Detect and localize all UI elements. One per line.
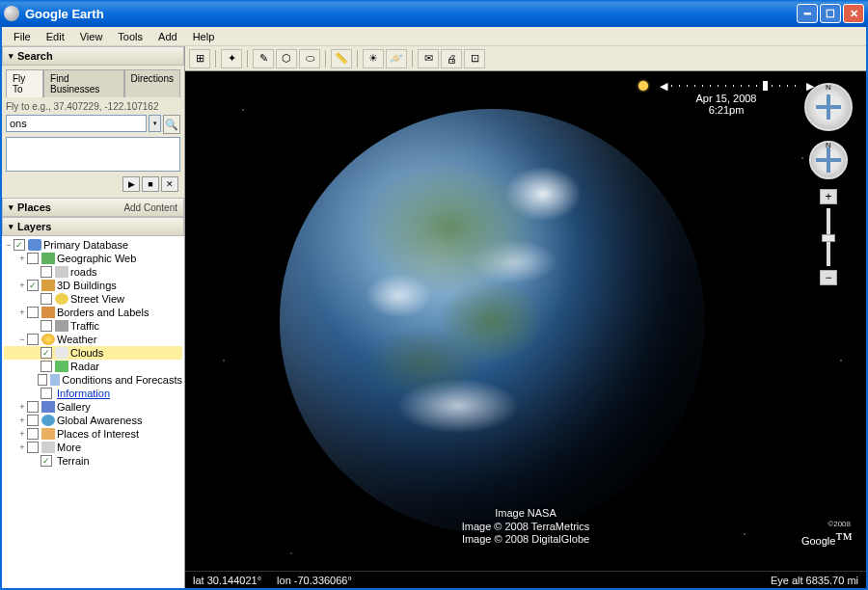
layer-checkbox[interactable] — [41, 293, 52, 305]
earth-view[interactable]: ◀ ▶ Apr 15, 2008 6:21pm + − — [185, 71, 866, 571]
expander-icon[interactable]: + — [17, 308, 27, 317]
layer-label[interactable]: Street View — [70, 293, 124, 305]
expander-icon[interactable]: + — [17, 281, 27, 290]
layer-row[interactable]: Traffic — [4, 319, 182, 333]
layer-label[interactable]: More — [57, 442, 81, 453]
places-panel-header[interactable]: Places Add Content — [2, 198, 184, 217]
expander-icon[interactable]: + — [17, 416, 27, 425]
layer-row[interactable]: +Places of Interest — [4, 427, 182, 441]
layer-row[interactable]: Information — [4, 387, 182, 400]
layer-label[interactable]: Terrain — [57, 455, 90, 467]
minimize-button[interactable]: ━ — [797, 4, 818, 23]
layer-row[interactable]: roads — [4, 265, 182, 279]
expander-icon[interactable]: + — [17, 429, 27, 439]
toolbar-sky[interactable]: 🪐 — [386, 49, 407, 68]
tab-fly-to[interactable]: Fly To — [6, 69, 43, 97]
toolbar-ruler[interactable]: 📏 — [331, 49, 352, 68]
menu-tools[interactable]: Tools — [110, 29, 150, 44]
layer-checkbox[interactable] — [27, 307, 39, 318]
layer-checkbox[interactable]: ✓ — [14, 239, 25, 251]
look-ring[interactable] — [804, 83, 853, 131]
layer-label[interactable]: Clouds — [70, 347, 103, 359]
time-ticks[interactable] — [671, 85, 802, 87]
layer-label[interactable]: Traffic — [70, 320, 99, 332]
clear-button[interactable]: ✕ — [161, 176, 178, 192]
toolbar-print[interactable]: 🖨 — [441, 49, 462, 68]
time-slider[interactable]: ◀ ▶ Apr 15, 2008 6:21pm — [638, 79, 814, 116]
layer-checkbox[interactable] — [27, 442, 39, 453]
layer-row[interactable]: Radar — [4, 360, 182, 373]
layer-label[interactable]: 3D Buildings — [57, 280, 117, 291]
layer-label[interactable]: Borders and Labels — [57, 307, 149, 318]
layer-row[interactable]: +Geographic Web — [4, 252, 182, 265]
tab-find-businesses[interactable]: Find Businesses — [43, 69, 123, 97]
menu-edit[interactable]: Edit — [39, 29, 72, 44]
menu-view[interactable]: View — [72, 29, 111, 44]
time-back[interactable]: ◀ — [660, 80, 667, 93]
expander-icon[interactable]: − — [4, 240, 14, 250]
layer-row[interactable]: −Weather — [4, 333, 182, 346]
layers-panel-header[interactable]: Layers — [2, 217, 184, 236]
time-handle[interactable] — [763, 81, 768, 91]
layer-row[interactable]: Conditions and Forecasts — [4, 373, 182, 387]
add-content-link[interactable]: Add Content — [123, 202, 177, 213]
layer-label[interactable]: Primary Database — [43, 239, 128, 251]
earth-globe[interactable] — [280, 109, 704, 533]
expander-icon[interactable]: − — [17, 335, 27, 344]
zoom-in-button[interactable]: + — [820, 189, 837, 204]
layer-row[interactable]: ✓Clouds — [4, 346, 182, 360]
layer-row[interactable]: +Borders and Labels — [4, 306, 182, 319]
menu-add[interactable]: Add — [150, 29, 185, 44]
expander-icon[interactable]: + — [17, 402, 27, 412]
layer-label[interactable]: Conditions and Forecasts — [62, 374, 182, 386]
toolbar-placemark[interactable]: ✦ — [221, 49, 242, 68]
layer-checkbox[interactable] — [41, 320, 52, 332]
tab-directions[interactable]: Directions — [124, 69, 180, 97]
toolbar-email[interactable]: ✉ — [418, 49, 439, 68]
stop-button[interactable]: ■ — [142, 176, 159, 192]
layer-checkbox[interactable] — [27, 415, 39, 426]
layer-checkbox[interactable] — [41, 388, 52, 399]
search-results[interactable] — [6, 137, 180, 172]
layer-row[interactable]: +✓3D Buildings — [4, 279, 182, 292]
maximize-button[interactable]: ☐ — [820, 4, 841, 23]
layer-row[interactable]: +Gallery — [4, 400, 182, 414]
zoom-out-button[interactable]: − — [820, 270, 837, 285]
flyto-input[interactable] — [6, 115, 147, 132]
menu-help[interactable]: Help — [185, 29, 223, 44]
layer-checkbox[interactable] — [41, 361, 52, 372]
toolbar-sun[interactable]: ☀ — [363, 49, 384, 68]
layer-checkbox[interactable] — [27, 253, 39, 264]
pan-ring[interactable] — [809, 141, 848, 179]
layer-checkbox[interactable]: ✓ — [41, 455, 52, 467]
layer-label[interactable]: Weather — [57, 334, 96, 345]
zoom-handle[interactable] — [822, 234, 835, 242]
layer-label[interactable]: Radar — [70, 361, 99, 372]
layer-label[interactable]: roads — [70, 266, 97, 278]
layer-label[interactable]: Information — [57, 388, 110, 399]
menu-file[interactable]: File — [6, 29, 39, 44]
layer-checkbox[interactable] — [38, 374, 46, 386]
close-button[interactable]: ✕ — [843, 4, 864, 23]
layer-row[interactable]: Street View — [4, 292, 182, 306]
layer-checkbox[interactable] — [27, 334, 39, 345]
flyto-dropdown[interactable]: ▾ — [149, 115, 161, 132]
layer-label[interactable]: Global Awareness — [57, 415, 142, 426]
layer-row[interactable]: ✓Terrain — [4, 454, 182, 468]
layer-checkbox[interactable] — [27, 428, 39, 440]
flyto-search-button[interactable]: 🔍 — [163, 115, 180, 134]
toolbar-panel-toggle[interactable]: ⊞ — [189, 49, 210, 68]
layer-checkbox[interactable]: ✓ — [27, 280, 39, 291]
toolbar-path[interactable]: ✎ — [253, 49, 274, 68]
expander-icon[interactable]: + — [17, 254, 27, 263]
toolbar-polygon[interactable]: ⬡ — [276, 49, 297, 68]
play-button[interactable]: ▶ — [122, 176, 140, 192]
layer-checkbox[interactable] — [27, 401, 39, 413]
toolbar-view-in-maps[interactable]: ⊡ — [464, 49, 485, 68]
layer-row[interactable]: +Global Awareness — [4, 414, 182, 427]
layer-checkbox[interactable] — [41, 266, 52, 278]
layer-label[interactable]: Places of Interest — [57, 428, 139, 440]
layer-label[interactable]: Geographic Web — [57, 253, 136, 264]
zoom-track[interactable] — [827, 208, 830, 266]
expander-icon[interactable]: + — [17, 442, 27, 452]
